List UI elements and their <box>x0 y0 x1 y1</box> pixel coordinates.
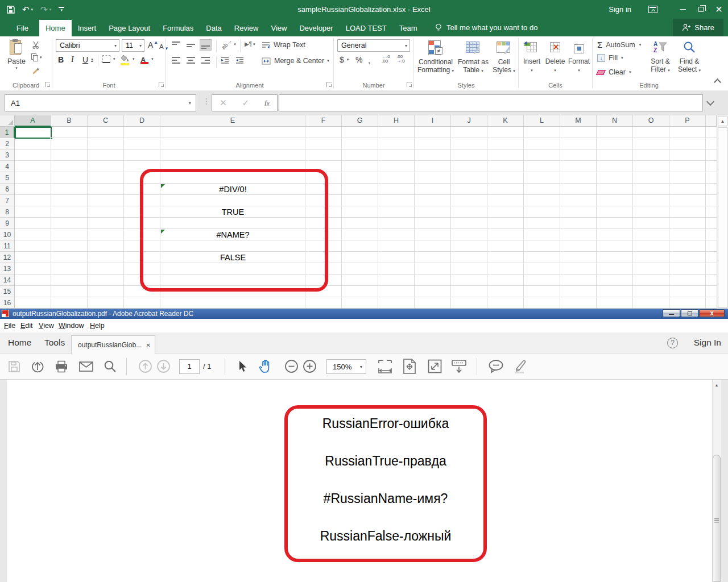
excel-restore-button[interactable] <box>692 0 710 19</box>
menu-help[interactable]: Help <box>90 319 105 332</box>
share-upload-icon[interactable] <box>30 354 45 379</box>
expand-formula-bar-icon[interactable] <box>706 98 714 106</box>
formula-input[interactable] <box>279 94 703 111</box>
full-screen-icon[interactable] <box>428 354 442 379</box>
acrobat-close-button[interactable]: x <box>699 309 725 317</box>
select-all-corner[interactable] <box>0 115 15 127</box>
excel-sign-in[interactable]: Sign in <box>609 5 631 14</box>
acrobat-minimize-button[interactable] <box>663 309 680 317</box>
row-header-3[interactable]: 3 <box>0 149 15 161</box>
pdf-scroll-up-arrow[interactable]: ▲ <box>712 380 721 390</box>
format-as-table-button[interactable]: Format asTable ▾ <box>456 38 490 79</box>
column-header-M[interactable]: M <box>560 115 597 127</box>
underline-button[interactable]: U▾ <box>82 55 93 64</box>
acrobat-document-tab[interactable]: outputRussianGlob...✕ <box>71 335 155 354</box>
row-header-14[interactable]: 14 <box>0 275 15 286</box>
ribbon-display-options-icon[interactable] <box>648 6 657 13</box>
find-select-button[interactable]: Find &Select ▾ <box>676 38 703 79</box>
column-header-B[interactable]: B <box>51 115 88 127</box>
column-header-E[interactable]: E <box>160 115 305 127</box>
ribbon-tab-developer[interactable]: Developer <box>293 20 339 36</box>
row-header-15[interactable]: 15 <box>0 286 15 297</box>
row-header-4[interactable]: 4 <box>0 161 15 172</box>
align-center-button[interactable] <box>187 57 195 64</box>
undo-icon[interactable]: ↶▾ <box>22 5 33 15</box>
align-left-button[interactable] <box>172 57 180 64</box>
row-header-10[interactable]: 10 <box>0 229 15 240</box>
ribbon-tab-home[interactable]: Home <box>39 20 72 36</box>
bottom-align-button[interactable] <box>200 40 211 50</box>
insert-function-icon[interactable]: fx <box>264 99 270 107</box>
ribbon-tab-view[interactable]: View <box>264 20 293 36</box>
conditional-formatting-button[interactable]: ≠ ConditionalFormatting ▾ <box>416 38 455 79</box>
ribbon-tab-page-layout[interactable]: Page Layout <box>102 20 156 36</box>
font-dialog-launcher[interactable] <box>159 82 164 87</box>
paste-button[interactable]: Paste ▾ <box>5 39 28 70</box>
cut-button[interactable] <box>32 41 40 49</box>
ribbon-tab-review[interactable]: Review <box>228 20 265 36</box>
excel-close-button[interactable]: ✕ <box>710 0 728 19</box>
redo-icon[interactable]: ↷▾ <box>40 5 51 15</box>
format-painter-button[interactable] <box>32 66 40 74</box>
pdf-content-area[interactable]: RussianError-ошибкаRussianTrue-правда#Ru… <box>0 380 728 582</box>
top-align-button[interactable] <box>172 41 180 49</box>
insert-cells-button[interactable]: Insert▾ <box>521 38 543 79</box>
ribbon-tab-formulas[interactable]: Formulas <box>156 20 200 36</box>
comment-icon[interactable] <box>488 354 504 379</box>
middle-align-button[interactable] <box>187 41 195 49</box>
fill-button[interactable]: ↓Fill▾ <box>597 54 623 62</box>
font-size-combo[interactable]: 11▾ <box>122 39 144 52</box>
print-icon[interactable] <box>55 354 68 379</box>
page-number-input[interactable]: 1 <box>179 359 200 374</box>
ribbon-tab-data[interactable]: Data <box>200 20 228 36</box>
menu-view[interactable]: View <box>39 319 54 332</box>
copy-button[interactable]: ▾ <box>31 53 42 61</box>
enter-icon[interactable]: ✓ <box>242 98 250 108</box>
highlight-pen-icon[interactable] <box>512 354 529 379</box>
save-pdf-icon[interactable] <box>8 354 20 379</box>
number-format-combo[interactable]: General▾ <box>337 39 410 52</box>
column-header-K[interactable]: K <box>487 115 524 127</box>
menu-file[interactable]: File <box>4 319 15 332</box>
row-header-8[interactable]: 8 <box>0 206 15 218</box>
column-header-L[interactable]: L <box>524 115 560 127</box>
find-icon[interactable] <box>104 354 117 379</box>
text-direction-button[interactable]: ▶¶▾ <box>245 41 255 47</box>
fit-page-icon[interactable] <box>403 354 416 379</box>
next-page-icon[interactable] <box>156 354 171 379</box>
bold-button[interactable]: B <box>58 55 64 64</box>
fit-width-icon[interactable] <box>378 354 392 379</box>
row-header-16[interactable]: 16 <box>0 297 15 309</box>
acrobat-tools-tab[interactable]: Tools <box>44 332 65 353</box>
orientation-button[interactable]: ab→▾ <box>221 41 236 47</box>
cancel-icon[interactable]: ✕ <box>220 98 227 108</box>
zoom-in-icon[interactable] <box>303 354 317 379</box>
row-header-9[interactable]: 9 <box>0 218 15 229</box>
selected-cell-a1[interactable] <box>15 127 52 139</box>
hand-tool-icon[interactable] <box>259 354 272 379</box>
merge-center-button[interactable]: Merge & Center ▾ <box>262 57 329 65</box>
close-document-tab-icon[interactable]: ✕ <box>146 342 151 348</box>
clear-button[interactable]: Clear▾ <box>597 68 631 76</box>
fill-color-button[interactable]: ▾ <box>121 55 135 64</box>
row-header-1[interactable]: 1 <box>0 127 15 138</box>
previous-page-icon[interactable] <box>138 354 152 379</box>
column-header-I[interactable]: I <box>415 115 451 127</box>
acrobat-restore-button[interactable] <box>681 309 698 317</box>
italic-button[interactable]: I <box>71 55 74 64</box>
share-button[interactable]: Share <box>673 19 723 36</box>
font-family-combo[interactable]: Calibri▾ <box>56 39 119 52</box>
alignment-dialog-launcher[interactable] <box>326 82 332 87</box>
align-right-button[interactable] <box>201 57 210 64</box>
menu-window[interactable]: Window <box>59 319 84 332</box>
column-header-F[interactable]: F <box>305 115 342 127</box>
column-header-H[interactable]: H <box>378 115 415 127</box>
increase-decimal-button[interactable]: ←.0.00 <box>382 55 390 64</box>
column-header-O[interactable]: O <box>633 115 669 127</box>
increase-indent-button[interactable] <box>235 57 244 64</box>
clipboard-dialog-launcher[interactable] <box>45 82 50 87</box>
excel-scrollbar-thumb[interactable] <box>718 127 727 308</box>
excel-scroll-up-arrow[interactable]: ▲ <box>718 116 727 126</box>
column-header-C[interactable]: C <box>88 115 124 127</box>
acrobat-help-icon[interactable]: ? <box>667 338 678 348</box>
